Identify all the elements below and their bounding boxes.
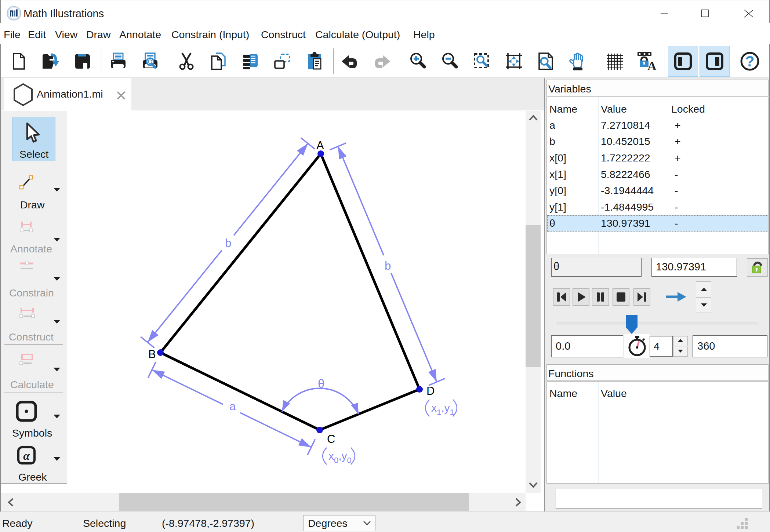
svg-text:b: b [225, 237, 231, 249]
svg-text:θ: θ [318, 377, 324, 390]
svg-text:A: A [316, 139, 324, 152]
svg-text:D: D [426, 385, 435, 397]
svg-text:B: B [148, 348, 156, 361]
svg-text:x0,y0: x0,y0 [328, 450, 352, 465]
svg-text:C: C [327, 433, 335, 445]
svg-text:b: b [385, 259, 391, 272]
svg-text:a: a [229, 400, 236, 413]
svg-text:x1,y1: x1,y1 [431, 402, 454, 417]
